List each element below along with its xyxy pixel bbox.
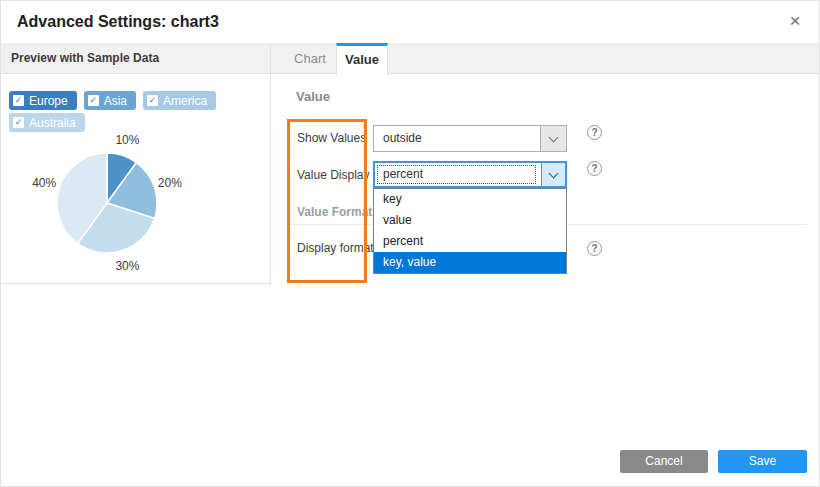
- pie-chart: 10%20%30%40%: [1, 121, 271, 284]
- legend-label: America: [163, 94, 207, 108]
- checkbox-checked-icon: ✓: [147, 95, 158, 106]
- legend-item-america[interactable]: ✓ America: [143, 91, 216, 110]
- value-display-select[interactable]: percent: [373, 161, 567, 188]
- value-display-dropdown: key value percent key, value: [373, 188, 567, 274]
- chevron-down-icon[interactable]: [540, 126, 566, 151]
- value-display-label: Value Display: [297, 168, 369, 182]
- help-icon-value-display[interactable]: ?: [587, 161, 602, 176]
- legend-item-europe[interactable]: ✓ Europe: [9, 91, 77, 110]
- dropdown-option-key-value[interactable]: key, value: [374, 252, 566, 273]
- display-format-label: Display format: [297, 241, 374, 255]
- pie-value-label: 10%: [115, 133, 139, 147]
- dialog-title-bar: Advanced Settings: chart3 ×: [1, 1, 820, 43]
- pie-value-label: 40%: [32, 176, 56, 190]
- legend-label: Europe: [29, 94, 68, 108]
- help-icon-display-format[interactable]: ?: [587, 241, 602, 256]
- preview-panel-header: Preview with Sample Data: [1, 43, 270, 74]
- advanced-settings-dialog: Advanced Settings: chart3 × Chart Value …: [0, 0, 820, 487]
- preview-panel: Preview with Sample Data ✓ Europe ✓ Asia…: [1, 43, 271, 284]
- show-values-label: Show Values: [297, 131, 366, 145]
- tab-chart[interactable]: Chart: [286, 43, 334, 74]
- chevron-down-icon[interactable]: [541, 163, 565, 186]
- help-icon-show-values[interactable]: ?: [587, 125, 602, 140]
- dialog-title: Advanced Settings: chart3: [17, 1, 219, 43]
- cancel-button[interactable]: Cancel: [620, 450, 708, 473]
- value-display-selected-value: percent: [383, 163, 423, 186]
- value-section-title: Value: [296, 89, 330, 104]
- close-icon[interactable]: ×: [785, 1, 805, 43]
- pie-value-label: 20%: [158, 176, 182, 190]
- checkbox-checked-icon: ✓: [13, 95, 24, 106]
- tab-value[interactable]: Value: [336, 43, 388, 75]
- legend-item-asia[interactable]: ✓ Asia: [84, 91, 136, 110]
- dropdown-option-value[interactable]: value: [374, 210, 566, 231]
- checkbox-checked-icon: ✓: [88, 95, 99, 106]
- show-values-select[interactable]: outside: [373, 125, 567, 152]
- save-button[interactable]: Save: [718, 450, 807, 473]
- dropdown-option-percent[interactable]: percent: [374, 231, 566, 252]
- dropdown-option-key[interactable]: key: [374, 189, 566, 210]
- pie-value-label: 30%: [115, 259, 139, 273]
- legend-label: Asia: [104, 94, 127, 108]
- value-format-label: Value Format: [297, 205, 372, 219]
- show-values-selected-value: outside: [383, 126, 422, 151]
